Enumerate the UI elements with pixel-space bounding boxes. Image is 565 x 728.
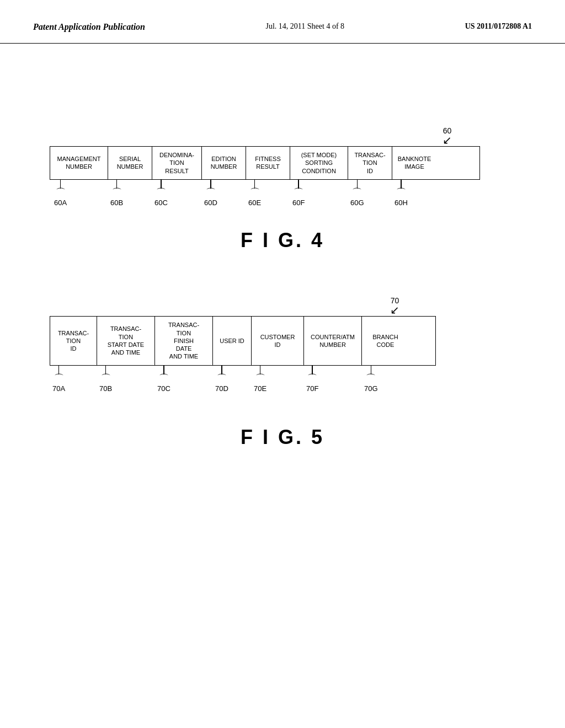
fig4-col-e: FITNESSRESULT bbox=[246, 147, 290, 179]
fig5-col-c: TRANSAC-TIONFINISHDATEAND TIME bbox=[155, 317, 213, 365]
publication-title: Patent Application Publication bbox=[33, 22, 145, 32]
fig5-col-e: CUSTOMERID bbox=[252, 317, 304, 365]
fig5-table: TRANSAC-TIONID TRANSAC-TIONSTART DATEAND… bbox=[50, 316, 436, 365]
main-content: 60 ↙ MANAGEMENTNUMBER SERIALNUMBER DENOM… bbox=[0, 44, 565, 482]
fig4-label-e: 60E bbox=[248, 199, 261, 207]
fig4-label-a: 60A bbox=[54, 199, 67, 207]
fig5-label-d: 70D bbox=[215, 384, 228, 393]
fig5-ref-number: 70 ↙ bbox=[390, 296, 399, 315]
fig4-col-c: DENOMINA-TIONRESULT bbox=[152, 147, 202, 179]
fig5-col-d: USER ID bbox=[213, 317, 252, 365]
fig4-col-d: EDITIONNUMBER bbox=[202, 147, 246, 179]
fig4-col-a: MANAGEMENTNUMBER bbox=[50, 147, 108, 179]
publication-date: Jul. 14, 2011 Sheet 4 of 8 bbox=[266, 22, 345, 31]
fig5-section: 70 ↙ TRANSAC-TIONID TRANSAC-TIONSTART DA… bbox=[33, 296, 532, 449]
fig4-section: 60 ↙ MANAGEMENTNUMBER SERIALNUMBER DENOM… bbox=[33, 126, 532, 252]
fig4-label-d: 60D bbox=[204, 199, 217, 207]
fig4-table: MANAGEMENTNUMBER SERIALNUMBER DENOMINA-T… bbox=[50, 146, 480, 180]
fig4-label-c: 60C bbox=[154, 199, 168, 207]
fig5-label-c: 70C bbox=[157, 384, 170, 393]
fig4-col-g: TRANSAC-TIONID bbox=[348, 147, 392, 179]
fig5-col-f: COUNTER/ATMNUMBER bbox=[304, 317, 362, 365]
fig5-label-f: 70F bbox=[306, 384, 318, 393]
fig5-title: F I G. 5 bbox=[33, 426, 532, 449]
fig4-ref-number: 60 ↙ bbox=[443, 126, 452, 145]
fig4-col-b: SERIALNUMBER bbox=[108, 147, 152, 179]
fig5-label-e: 70E bbox=[254, 384, 266, 393]
fig5-label-a: 70A bbox=[52, 384, 65, 393]
fig5-col-g: BRANCHCODE bbox=[362, 317, 409, 365]
fig5-col-b: TRANSAC-TIONSTART DATEAND TIME bbox=[97, 317, 155, 365]
fig4-label-f: 60F bbox=[292, 199, 305, 207]
fig5-col-a: TRANSAC-TIONID bbox=[50, 317, 97, 365]
fig4-col-f: (SET MODE)SORTINGCONDITION bbox=[290, 147, 348, 179]
fig4-label-g: 60G bbox=[350, 199, 364, 207]
page-header: Patent Application Publication Jul. 14, … bbox=[0, 0, 565, 44]
publication-number: US 2011/0172808 A1 bbox=[465, 22, 532, 31]
fig5-label-b: 70B bbox=[99, 384, 112, 393]
fig4-label-b: 60B bbox=[110, 199, 123, 207]
fig4-label-h: 60H bbox=[395, 199, 408, 207]
fig4-col-h: BANKNOTEIMAGE bbox=[392, 147, 436, 179]
fig4-title: F I G. 4 bbox=[33, 229, 532, 252]
fig5-label-g: 70G bbox=[364, 384, 378, 393]
